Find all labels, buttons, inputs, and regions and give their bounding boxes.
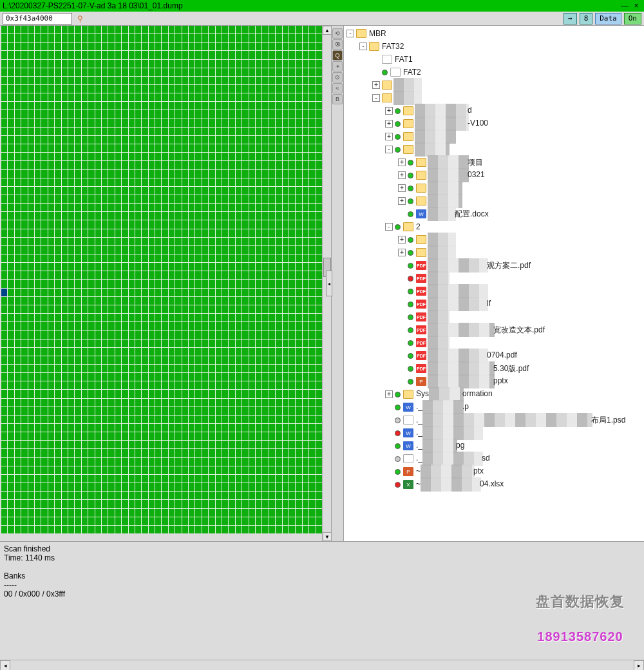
tree-row[interactable]: W._ bbox=[346, 426, 641, 439]
status-dot bbox=[408, 263, 413, 269]
tree-expander[interactable]: - bbox=[385, 223, 393, 231]
tree-expander[interactable]: + bbox=[398, 249, 406, 256]
tree-expander[interactable]: + bbox=[398, 171, 406, 179]
folder-icon bbox=[382, 81, 392, 90]
tree-expander[interactable]: + bbox=[372, 81, 380, 89]
tree-row[interactable]: W配置.docx bbox=[346, 207, 641, 220]
scroll-down-arrow[interactable]: ▼ bbox=[323, 532, 332, 541]
tree-expander[interactable]: - bbox=[359, 43, 367, 50]
midbtn-b[interactable]: B bbox=[332, 94, 343, 104]
tree-label: ._pg bbox=[416, 441, 464, 451]
scroll-left-arrow[interactable]: ◂ bbox=[0, 660, 10, 670]
tree-row[interactable]: FAT2 bbox=[346, 66, 641, 79]
tree-row[interactable]: + bbox=[346, 246, 641, 259]
midbtn-mark[interactable]: ⊙ bbox=[332, 72, 343, 82]
status-dot bbox=[395, 224, 401, 230]
tree-row[interactable]: PDF bbox=[346, 311, 641, 323]
tree-row[interactable]: PDF bbox=[346, 272, 641, 285]
close-button[interactable]: × bbox=[631, 1, 641, 10]
pin-icon[interactable]: ⚲ bbox=[75, 14, 85, 24]
tree-row[interactable]: +Sysormation bbox=[346, 388, 641, 401]
tree-expander bbox=[372, 68, 380, 76]
tree-row[interactable]: + bbox=[346, 195, 641, 207]
file-tree[interactable]: -MBR-FAT32FAT1FAT2+-+d+-V100+-+项目+0321++… bbox=[344, 26, 644, 492]
tree-row[interactable]: PDF bbox=[346, 285, 641, 298]
midbtn-history[interactable]: ⟲ bbox=[332, 28, 343, 39]
status-dot bbox=[395, 456, 401, 462]
tree-row[interactable]: + bbox=[346, 130, 641, 143]
tree-expander[interactable]: + bbox=[385, 390, 393, 398]
scroll-up-arrow[interactable]: ▲ bbox=[323, 26, 332, 35]
tree-label: 0704.pdf bbox=[429, 350, 517, 361]
tree-row[interactable]: ._sd bbox=[346, 452, 641, 465]
tree-row[interactable]: +0321 bbox=[346, 169, 641, 182]
tree-label bbox=[429, 286, 487, 296]
midbtn-filter[interactable]: ≈ bbox=[332, 83, 343, 93]
tree-row[interactable]: PDF bbox=[346, 336, 641, 349]
tree-expander[interactable]: - bbox=[385, 146, 393, 153]
splitter-collapse-button[interactable]: ◂ bbox=[326, 271, 332, 296]
data-button[interactable]: Data bbox=[595, 13, 621, 24]
tree-row[interactable]: +-V100 bbox=[346, 117, 641, 130]
tree-expander bbox=[385, 442, 393, 450]
titlebar: L:\20200327-PS2251-07-V-ad 3a 18 03\01_0… bbox=[0, 0, 644, 12]
tree-row[interactable]: X~04.xlsx bbox=[346, 478, 641, 491]
minimize-button[interactable]: — bbox=[620, 1, 630, 10]
tree-expander bbox=[398, 339, 406, 347]
tree-row[interactable]: ._布局1.psd bbox=[346, 414, 641, 426]
midbtn-search[interactable]: Q bbox=[332, 50, 343, 61]
folder-icon bbox=[416, 235, 426, 244]
scroll-right-arrow[interactable]: ▸ bbox=[634, 660, 644, 670]
block-map-grid[interactable] bbox=[1, 26, 322, 533]
tree-row[interactable]: PDF0704.pdf bbox=[346, 349, 641, 362]
midbtn-settings[interactable]: ⦿ bbox=[332, 39, 343, 50]
tree-row[interactable]: PDF宽改造文本.pdf bbox=[346, 323, 641, 336]
tree-row[interactable]: -2 bbox=[346, 220, 641, 233]
tree-row[interactable]: -MBR bbox=[346, 27, 641, 40]
address-input[interactable] bbox=[3, 13, 72, 24]
tree-row[interactable]: FAT1 bbox=[346, 53, 641, 66]
file-icon bbox=[403, 454, 413, 463]
tree-expander[interactable]: - bbox=[372, 94, 380, 102]
tree-row[interactable]: + bbox=[346, 182, 641, 195]
tree-expander[interactable]: + bbox=[398, 236, 406, 244]
tree-expander[interactable]: + bbox=[398, 158, 406, 166]
tree-row[interactable]: + bbox=[346, 233, 641, 246]
tree-expander[interactable]: + bbox=[385, 120, 393, 128]
tree-row[interactable]: + bbox=[346, 79, 641, 91]
tree-label: 2 bbox=[416, 222, 421, 231]
pdf-icon: PDF bbox=[416, 338, 426, 347]
tree-row[interactable]: +项目 bbox=[346, 156, 641, 169]
tree-row[interactable]: Ppptx bbox=[346, 375, 641, 388]
tree-label: ._.p bbox=[416, 402, 469, 412]
tree-row[interactable]: PDF5.30版.pdf bbox=[346, 362, 641, 375]
tree-row[interactable]: - bbox=[346, 143, 641, 156]
doc-icon: W bbox=[403, 441, 413, 450]
tree-row[interactable]: PDF观方案二.pdf bbox=[346, 259, 641, 272]
doc-icon: W bbox=[416, 209, 426, 218]
status-dot bbox=[408, 198, 413, 204]
tree-label bbox=[429, 183, 461, 193]
on-button[interactable]: On bbox=[624, 13, 641, 24]
folder-icon bbox=[416, 196, 426, 206]
tree-expander[interactable]: + bbox=[385, 133, 393, 140]
tree-row[interactable]: -FAT32 bbox=[346, 40, 641, 53]
tree-row[interactable]: P~ptx bbox=[346, 465, 641, 478]
midbtn-locate[interactable]: ⌖ bbox=[332, 61, 343, 72]
doc-icon: W bbox=[403, 428, 413, 437]
main-area: ▲ ▼ ◂ ⟲ ⦿ Q ⌖ ⊙ ≈ B -MBR-FAT32FAT1FAT2+-… bbox=[0, 26, 644, 541]
horizontal-scrollbar[interactable]: ◂ ▸ bbox=[0, 660, 644, 670]
tree-row[interactable]: - bbox=[346, 91, 641, 104]
tree-expander[interactable]: + bbox=[398, 197, 406, 205]
width-button[interactable]: 8 bbox=[580, 13, 593, 24]
tree-row[interactable]: W._pg bbox=[346, 439, 641, 452]
folder-icon bbox=[369, 42, 379, 51]
tree-expander[interactable]: + bbox=[385, 107, 393, 115]
tree-expander bbox=[385, 455, 393, 463]
tree-expander[interactable]: + bbox=[398, 184, 406, 192]
tree-row[interactable]: +d bbox=[346, 104, 641, 117]
tree-row[interactable]: W._.p bbox=[346, 401, 641, 414]
goto-button[interactable]: → bbox=[564, 13, 577, 24]
tree-expander[interactable]: - bbox=[346, 30, 354, 37]
tree-row[interactable]: PDFlf bbox=[346, 298, 641, 311]
